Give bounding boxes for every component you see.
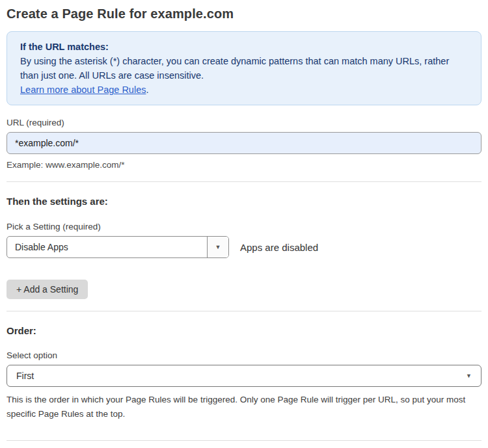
setting-dropdown-arrow-button[interactable]: ▼ — [207, 237, 228, 257]
divider — [7, 181, 481, 182]
footer-actions: Cancel Save as Draft Save and Deploy Pag… — [7, 440, 481, 448]
info-box-link-line: Learn more about Page Rules. — [20, 83, 468, 97]
page-rule-form: Create a Page Rule for example.com If th… — [0, 0, 488, 448]
divider — [7, 311, 481, 311]
settings-section-heading: Then the settings are: — [7, 196, 481, 207]
setting-status-text: Apps are disabled — [240, 242, 318, 253]
order-help-text: This is the order in which your Page Rul… — [7, 393, 487, 421]
setting-dropdown[interactable]: Disable Apps ▼ — [7, 236, 229, 258]
order-select-label: Select option — [7, 350, 481, 360]
setting-row: Disable Apps ▼ Apps are disabled — [7, 236, 481, 258]
setting-dropdown-value: Disable Apps — [7, 237, 207, 257]
chevron-down-icon: ▼ — [215, 244, 221, 250]
page-title: Create a Page Rule for example.com — [7, 7, 481, 21]
link-suffix: . — [146, 85, 148, 95]
url-field-label: URL (required) — [7, 118, 481, 127]
chevron-down-icon: ▼ — [466, 373, 472, 379]
order-select[interactable]: First ▼ — [7, 365, 481, 387]
setting-picker-label: Pick a Setting (required) — [7, 222, 481, 231]
order-section-heading: Order: — [7, 325, 481, 336]
learn-more-link[interactable]: Learn more about Page Rules — [20, 85, 146, 95]
add-setting-button[interactable]: + Add a Setting — [7, 280, 88, 299]
url-example-text: Example: www.example.com/* — [7, 160, 481, 170]
url-input[interactable] — [7, 132, 481, 154]
url-match-info-box: If the URL matches: By using the asteris… — [7, 31, 481, 105]
order-select-value: First — [16, 371, 34, 381]
info-box-heading: If the URL matches: — [20, 40, 468, 54]
info-box-body: By using the asterisk (*) character, you… — [20, 54, 468, 83]
